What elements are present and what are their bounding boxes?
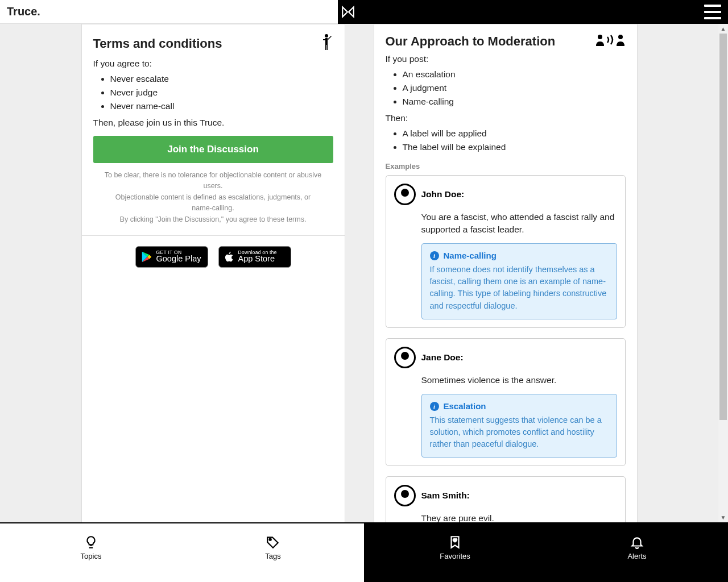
example-body: You are a fascist, who attended a fascis… <box>394 211 617 235</box>
avatar-icon <box>394 485 416 506</box>
examples-label: Examples <box>386 162 626 171</box>
app-logo <box>338 0 358 24</box>
nav-favorites[interactable]: Favorites <box>364 523 546 582</box>
bottom-nav: Topics Tags Favorites Alerts <box>0 522 728 582</box>
terms-rule: Never judge <box>110 86 333 99</box>
scroll-down-arrow[interactable]: ▼ <box>718 513 728 522</box>
example-author: Sam Smith: <box>421 490 470 501</box>
vertical-scrollbar[interactable]: ▲ ▼ <box>718 24 728 522</box>
svg-rect-4 <box>323 39 325 40</box>
terms-outro: Then, please join us in this Truce. <box>93 118 333 128</box>
bookmark-heart-icon <box>448 535 462 550</box>
list-item: A judgment <box>403 81 626 95</box>
disclaimer-line: To be clear, there is no tolerance for o… <box>105 170 322 192</box>
nav-label: Topics <box>81 552 102 560</box>
scrollbar-thumb[interactable] <box>719 34 727 420</box>
list-item: A label will be applied <box>403 127 626 140</box>
label-name: Escalation <box>444 401 486 411</box>
label-explanation: This statement suggests that violence ca… <box>430 414 609 450</box>
nav-label: Favorites <box>440 552 470 560</box>
example-card: Jane Doe: Sometimes violence is the answ… <box>386 338 626 467</box>
svg-rect-1 <box>325 38 328 45</box>
avatar-icon <box>394 347 416 368</box>
moderation-label-box: iName-calling If someone does not identi… <box>421 243 617 319</box>
info-icon: i <box>430 402 439 411</box>
svg-point-6 <box>618 35 623 39</box>
svg-point-0 <box>325 34 328 38</box>
app-title: Truce. <box>0 0 338 24</box>
svg-rect-2 <box>325 45 326 50</box>
moderation-intro: If you post: <box>386 54 626 64</box>
terms-heading: Terms and conditions <box>93 34 333 54</box>
moderation-panel: Our Approach to Moderation If you post: … <box>374 24 638 522</box>
info-icon: i <box>430 251 439 260</box>
svg-point-5 <box>598 35 602 39</box>
list-item: Name-calling <box>403 95 626 109</box>
terms-rule: Never name-call <box>110 99 333 113</box>
svg-point-7 <box>270 539 271 541</box>
app-store-row: GET IT ONGoogle Play Download on theApp … <box>82 235 345 278</box>
join-discussion-button[interactable]: Join the Discussion <box>93 136 333 163</box>
bell-icon <box>630 535 644 550</box>
moderation-heading: Our Approach to Moderation <box>386 34 626 49</box>
google-play-badge[interactable]: GET IT ONGoogle Play <box>135 246 208 268</box>
example-author: Jane Doe: <box>421 352 464 363</box>
svg-rect-3 <box>326 45 328 50</box>
example-body: They are pure evil. <box>394 512 617 522</box>
moderation-then: Then: <box>386 113 626 123</box>
nav-topics[interactable]: Topics <box>0 523 182 582</box>
example-author: John Doe: <box>421 189 465 199</box>
moderation-label-box: iEscalation This statement suggests that… <box>421 394 617 458</box>
nav-label: Tags <box>265 552 280 560</box>
terms-panel: Terms and conditions If you agree to: Ne… <box>81 24 345 522</box>
terms-rule: Never escalate <box>110 72 333 86</box>
store-bottom-text: Google Play <box>156 255 201 264</box>
main-content: Terms and conditions If you agree to: Ne… <box>0 24 718 522</box>
moderation-consequences-list: A label will be applied The label will b… <box>386 127 626 154</box>
store-bottom-text: App Store <box>238 255 277 264</box>
menu-button[interactable] <box>704 5 721 19</box>
disclaimer-line: By clicking "Join the Discussion," you a… <box>105 214 322 225</box>
person-wave-icon <box>320 34 333 54</box>
example-card: John Doe: You are a fascist, who attende… <box>386 175 626 327</box>
list-item: An escalation <box>403 68 626 81</box>
example-card: Sam Smith: They are pure evil. iJudgment… <box>386 476 626 522</box>
nav-tags[interactable]: Tags <box>182 523 364 582</box>
voice-people-icon <box>595 34 626 49</box>
moderation-posts-list: An escalation A judgment Name-calling <box>386 68 626 109</box>
disclaimer-line: Objectionable content is defined as esca… <box>105 192 322 214</box>
scroll-up-arrow[interactable]: ▲ <box>718 24 728 34</box>
nav-label: Alerts <box>627 552 646 560</box>
label-name: Name-calling <box>444 251 497 260</box>
app-header: Truce. <box>0 0 728 24</box>
nav-alerts[interactable]: Alerts <box>546 523 728 582</box>
app-store-badge[interactable]: Download on theApp Store <box>218 246 291 268</box>
terms-heading-text: Terms and conditions <box>93 36 222 51</box>
list-item: The label will be explained <box>403 140 626 154</box>
terms-disclaimer: To be clear, there is no tolerance for o… <box>93 163 333 226</box>
lightbulb-icon <box>84 535 98 550</box>
example-body: Sometimes violence is the answer. <box>394 374 617 386</box>
terms-intro: If you agree to: <box>93 59 333 69</box>
moderation-heading-text: Our Approach to Moderation <box>386 34 556 49</box>
avatar-icon <box>394 184 416 205</box>
tag-icon <box>266 535 280 550</box>
terms-rules-list: Never escalate Never judge Never name-ca… <box>93 72 333 113</box>
label-explanation: If someone does not identify themselves … <box>430 264 609 311</box>
